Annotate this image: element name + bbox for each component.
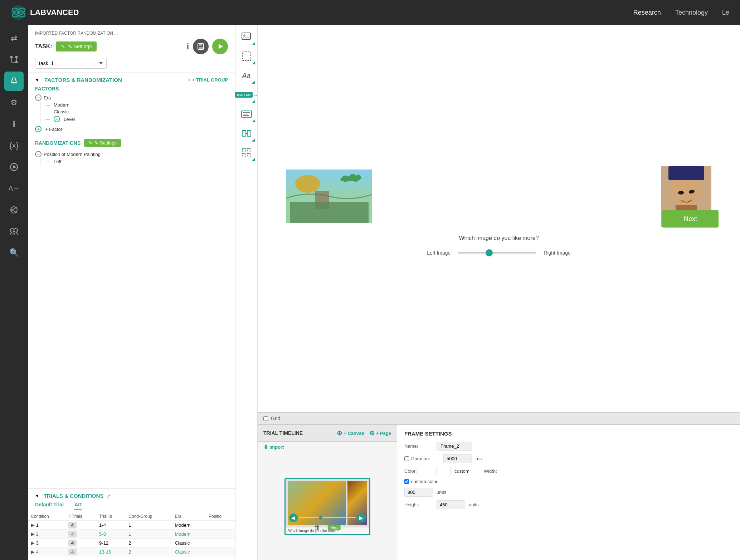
frame-next-arrow[interactable]: ▶ (357, 514, 366, 522)
width-input[interactable] (404, 488, 433, 497)
row-play-icon[interactable]: ▶ (31, 522, 35, 528)
custom-color-checkbox[interactable] (404, 479, 409, 484)
play-button[interactable] (212, 39, 228, 54)
left-panel: IMPORTED FACTOR RANDOMIZATION ... TASK: … (28, 25, 235, 560)
frame-next-mini: Next (327, 525, 341, 530)
add-trial-group-button[interactable]: + + TRIAL GROUP (188, 77, 228, 83)
import-button[interactable]: ⬇ Import (263, 444, 391, 451)
svg-line-17 (13, 208, 15, 210)
table-row[interactable]: ▶ 4 4 13-16 2 Classic (28, 547, 235, 556)
col-cond-group: Cond-Group (126, 512, 172, 521)
sidebar-experiment-icon[interactable] (4, 72, 24, 91)
cell-cond-group: 1 (126, 530, 172, 539)
row-play-icon[interactable]: ▶ (31, 549, 35, 555)
info-button[interactable]: ℹ (186, 41, 189, 51)
trials-title[interactable]: TRIALS & CONDITIONS (44, 493, 104, 499)
table-row[interactable]: ▶ 3 4 9-12 2 Classic (28, 539, 235, 547)
row-play-icon[interactable]: ▶ (31, 540, 35, 546)
svg-point-10 (13, 82, 15, 84)
name-row: Name: Frame_2 (404, 442, 733, 451)
sidebar-info-icon[interactable]: ℹ (4, 114, 24, 134)
nav-more[interactable]: Le (722, 9, 729, 16)
svg-rect-27 (242, 52, 251, 60)
duration-input[interactable] (443, 454, 472, 463)
task-select[interactable]: task_1 task_2 (35, 58, 107, 69)
add-canvas-button[interactable]: ⊕ + Canvas (337, 429, 364, 437)
trials-chevron[interactable]: ▼ (35, 493, 39, 498)
branch-line-left: — (45, 159, 50, 164)
sidebar-variable-icon[interactable]: {x} (4, 136, 24, 155)
grid-tool[interactable] (238, 144, 255, 162)
frame-prev-arrow[interactable]: ◀ (289, 514, 298, 522)
sidebar-font-icon[interactable]: A→ (4, 179, 24, 198)
corner-indicator (252, 119, 255, 122)
table-row[interactable]: ▶ 1 4 1-4 1 Modern (28, 521, 235, 530)
slider-container[interactable] (458, 249, 536, 257)
sidebar-share-icon[interactable] (4, 200, 24, 220)
sidebar-home-icon[interactable]: ⇄ (4, 29, 24, 48)
svg-rect-37 (242, 153, 246, 157)
arrow-tool[interactable] (238, 105, 255, 123)
duration-label: Duration: (411, 456, 440, 461)
svg-marker-12 (13, 165, 16, 169)
imported-label: IMPORTED FACTOR RANDOMIZATION ... (35, 31, 228, 36)
timeline-title: TRIAL TIMELINE (263, 430, 303, 436)
nav-research[interactable]: Research (633, 9, 661, 16)
table-row[interactable]: ▶ 2 4 5-8 1 Modern (28, 530, 235, 539)
button-tool[interactable]: BUTTON ↔ (238, 86, 255, 104)
era-minus-icon[interactable]: − (35, 94, 42, 101)
right-area: Which image do you like more? Left Image… (258, 25, 740, 560)
next-button[interactable]: Next (662, 210, 719, 227)
factor-plus-icon[interactable]: + (35, 126, 42, 132)
factors-section-title[interactable]: FACTORS & RANDOMIZATION (44, 77, 122, 83)
position-minus-icon[interactable]: − (35, 151, 42, 157)
add-page-button[interactable]: ⊕ + Page (369, 429, 391, 437)
sidebar-media-icon[interactable] (4, 157, 24, 177)
svg-line-18 (13, 210, 15, 212)
image-tool[interactable] (238, 28, 255, 46)
name-value[interactable]: Frame_2 (437, 442, 472, 451)
grid-checkbox[interactable] (263, 416, 268, 421)
col-condition: Condition (28, 512, 65, 521)
timeline-content: Which image do you like more? ◀ ▶ 🗑 (258, 453, 397, 560)
tab-default-trial[interactable]: Default Trial (35, 502, 64, 510)
trial-timeline-panel: TRIAL TIMELINE ⊕ + Canvas ⊕ + Page (258, 425, 397, 560)
svg-rect-4 (10, 56, 13, 58)
pencil-icon: ✎ (61, 44, 65, 49)
sidebar-search-icon[interactable]: 🔍 (4, 243, 24, 262)
cell-trials: 4 (65, 539, 96, 547)
svg-point-14 (11, 209, 13, 211)
duration-row: Duration: ms (404, 454, 733, 463)
link-tool[interactable] (238, 124, 255, 142)
text-tool[interactable]: Aa (238, 67, 255, 84)
nav-technology[interactable]: Technology (675, 9, 708, 16)
level-plus-icon[interactable]: + (54, 116, 60, 122)
svg-point-20 (14, 229, 18, 232)
factors-chevron[interactable]: ▼ (35, 78, 39, 83)
modern-label: Modern (54, 102, 69, 108)
task-settings-button[interactable]: ✎ ✎ Settings (56, 41, 97, 51)
name-label: Name: (404, 443, 433, 449)
slider-thumb[interactable] (486, 249, 493, 256)
save-button[interactable] (193, 39, 209, 54)
add-level-item[interactable]: — + Level (45, 115, 228, 123)
sidebar-group-icon[interactable] (4, 222, 24, 241)
cell-position (206, 547, 235, 556)
duration-checkbox[interactable] (404, 456, 409, 461)
sidebar-settings-icon[interactable]: ⚙ (4, 93, 24, 112)
timeline-frame[interactable]: Which image do you like more? ◀ ▶ 🗑 (284, 478, 370, 535)
frame-trash-icon[interactable]: 🗑 (314, 524, 320, 531)
tab-art[interactable]: Art (74, 502, 82, 510)
trials-section: ▼ TRIALS & CONDITIONS ⤢ Default Trial Ar… (28, 488, 235, 560)
logo[interactable]: LABVANCED (11, 5, 79, 20)
randomizations-settings-button[interactable]: ✎ ✎ Settings (84, 139, 121, 147)
row-play-icon[interactable]: ▶ (31, 531, 35, 537)
sidebar-hierarchy-icon[interactable] (4, 50, 24, 69)
add-factor-item[interactable]: + + Factor (35, 125, 228, 133)
dashed-rect-tool[interactable] (238, 47, 255, 65)
expand-trials-icon[interactable]: ⤢ (106, 493, 111, 499)
color-swatch[interactable] (437, 467, 451, 475)
level-label: Level (64, 117, 75, 122)
height-input[interactable] (437, 500, 465, 509)
timeline-actions: ⊕ + Canvas ⊕ + Page (337, 429, 391, 437)
